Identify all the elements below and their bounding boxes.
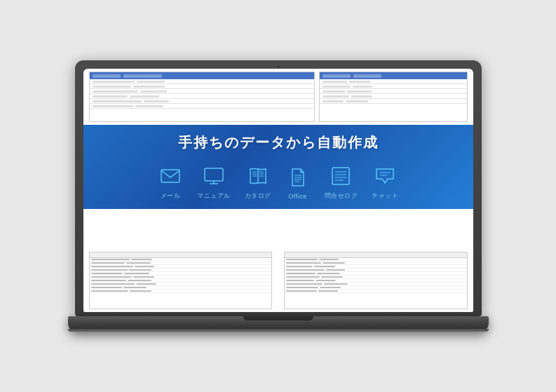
screen: 手持ちのデータから自動作成 メール — [83, 69, 473, 312]
icon-item-manual: マニュアル — [197, 163, 231, 201]
icon-item-inquiry: 問合せログ — [325, 163, 358, 201]
icon-item-catalog: カタログ — [245, 163, 271, 201]
svg-rect-0 — [161, 170, 179, 182]
icon-item-office: Office — [285, 165, 311, 200]
doc-bottom-right — [284, 252, 467, 309]
book-icon — [245, 163, 271, 189]
icon-label-office: Office — [288, 193, 306, 200]
document-icon — [285, 165, 311, 190]
icon-label-inquiry: 問合せログ — [325, 191, 358, 201]
screen-bezel: 手持ちのデータから自動作成 メール — [83, 69, 473, 312]
laptop-hinge — [68, 329, 489, 332]
doc-top-left — [89, 72, 315, 122]
icons-row: メール — [158, 163, 398, 201]
icon-label-manual: マニュアル — [197, 191, 231, 201]
icon-item-mail: メール — [158, 163, 183, 201]
icon-item-chat: チャット — [372, 163, 398, 201]
scene: 手持ちのデータから自動作成 メール — [0, 0, 556, 392]
mail-icon — [158, 163, 183, 189]
icon-label-chat: チャット — [372, 191, 398, 201]
monitor-icon — [201, 163, 226, 189]
laptop: 手持ちのデータから自動作成 メール — [61, 60, 496, 332]
svg-rect-15 — [332, 168, 349, 184]
camera — [276, 65, 280, 68]
banner-title: 手持ちのデータから自動作成 — [178, 133, 379, 152]
laptop-notch — [243, 316, 313, 320]
chat-icon — [372, 163, 398, 189]
icon-label-catalog: カタログ — [245, 191, 271, 201]
blue-banner: 手持ちのデータから自動作成 メール — [83, 125, 473, 209]
icon-label-mail: メール — [161, 191, 181, 201]
doc-top-right — [319, 72, 467, 122]
laptop-base — [68, 316, 489, 332]
doc-bottom-left — [89, 252, 272, 309]
svg-rect-1 — [205, 168, 223, 181]
list-icon — [328, 163, 353, 189]
laptop-lid: 手持ちのデータから自動作成 メール — [75, 60, 482, 316]
